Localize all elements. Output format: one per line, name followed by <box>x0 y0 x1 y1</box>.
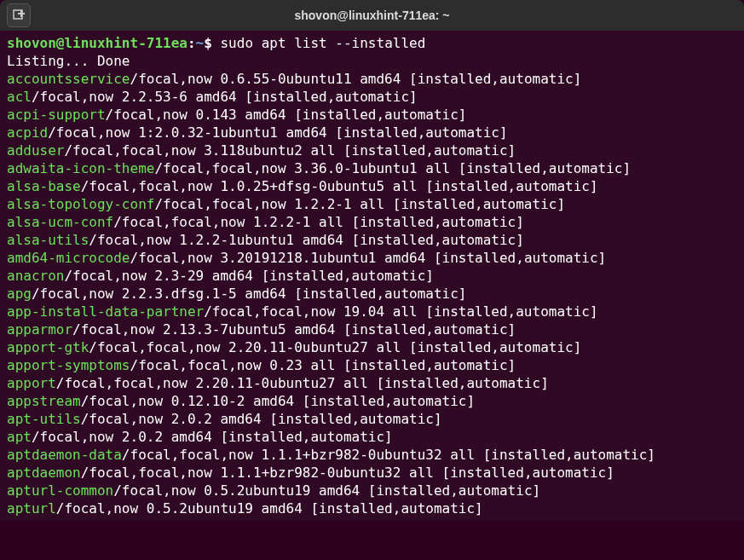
package-name: apt <box>7 429 32 445</box>
package-name: alsa-ucm-conf <box>7 214 113 230</box>
package-line: apport/focal,focal,now 2.20.11-0ubuntu27… <box>7 374 737 392</box>
package-line: adwaita-icon-theme/focal,focal,now 3.36.… <box>7 159 737 177</box>
package-details: /focal,now 0.5.2ubuntu19 amd64 [installe… <box>56 500 483 517</box>
package-details: /focal,now 1:2.0.32-1ubuntu1 amd64 [inst… <box>48 124 507 141</box>
package-name: alsa-topology-conf <box>7 196 154 212</box>
package-line: acpi-support/focal,now 0.143 amd64 [inst… <box>7 106 737 124</box>
package-details: /focal,focal,now 2.20.11-0ubuntu27 all [… <box>56 375 549 391</box>
prompt-line: shovon@linuxhint-711ea:~$ sudo apt list … <box>7 34 737 52</box>
prompt-user: shovon@linuxhint-711ea <box>7 35 187 51</box>
package-name: apg <box>7 286 32 302</box>
package-line: apturl/focal,now 0.5.2ubuntu19 amd64 [in… <box>7 499 737 517</box>
package-details: /focal,now 2.0.2 amd64 [installed,automa… <box>32 429 393 445</box>
package-name: adwaita-icon-theme <box>7 160 154 176</box>
package-line: anacron/focal,now 2.3-29 amd64 [installe… <box>7 267 737 285</box>
package-name: aptdaemon-data <box>7 447 122 463</box>
package-details: /focal,now 0.5.2ubuntu19 amd64 [installe… <box>113 482 540 499</box>
package-name: apport-symptoms <box>7 357 130 373</box>
package-name: apt-utils <box>7 411 81 427</box>
titlebar: shovon@linuxhint-711ea: ~ <box>0 0 744 31</box>
package-name: acl <box>7 89 32 105</box>
prompt-symbol: $ <box>204 35 212 51</box>
package-details: /focal,focal,now 1.1.1+bzr982-0ubuntu32 … <box>81 465 614 481</box>
package-details: /focal,focal,now 0.23 all [installed,aut… <box>130 357 516 373</box>
package-line: amd64-microcode/focal,now 3.20191218.1ub… <box>7 249 737 267</box>
package-details: /focal,focal,now 2.20.11-0ubuntu27 all [… <box>89 339 581 355</box>
package-details: /focal,now 3.20191218.1ubuntu1 amd64 [in… <box>130 250 607 266</box>
package-line: alsa-topology-conf/focal,focal,now 1.2.2… <box>7 195 737 213</box>
package-line: adduser/focal,focal,now 3.118ubuntu2 all… <box>7 141 737 159</box>
prompt-colon: : <box>187 35 196 51</box>
package-details: /focal,now 2.2.3.dfsg.1-5 amd64 [install… <box>32 286 467 302</box>
package-name: alsa-utils <box>7 232 89 248</box>
package-line: aptdaemon-data/focal,focal,now 1.1.1+bzr… <box>7 446 737 464</box>
package-name: apport <box>7 375 56 391</box>
window-title: shovon@linuxhint-711ea: ~ <box>294 9 449 22</box>
package-details: /focal,focal,now 3.118ubuntu2 all [insta… <box>64 142 516 159</box>
package-name: anacron <box>7 268 64 284</box>
package-details: /focal,focal,now 1.2.2-1 all [installed,… <box>154 196 565 212</box>
package-line: apport-symptoms/focal,focal,now 0.23 all… <box>7 356 737 374</box>
package-name: accountsservice <box>7 71 130 87</box>
package-name: aptdaemon <box>7 465 81 481</box>
package-details: /focal,now 2.2.53-6 amd64 [installed,aut… <box>32 89 418 105</box>
package-line: apt-utils/focal,now 2.0.2 amd64 [install… <box>7 410 737 428</box>
package-name: acpi-support <box>7 107 106 123</box>
package-line: apt/focal,now 2.0.2 amd64 [installed,aut… <box>7 428 737 446</box>
package-details: /focal,now 0.143 amd64 [installed,automa… <box>106 107 467 123</box>
package-details: /focal,now 2.13.3-7ubuntu5 amd64 [instal… <box>72 321 516 338</box>
package-details: /focal,focal,now 19.04 all [installed,au… <box>204 303 597 320</box>
package-details: /focal,now 2.3-29 amd64 [installed,autom… <box>64 268 433 284</box>
command-text: sudo apt list --installed <box>212 35 425 51</box>
package-line: app-install-data-partner/focal,focal,now… <box>7 303 737 320</box>
package-line: acpid/focal,now 1:2.0.32-1ubuntu1 amd64 … <box>7 124 737 141</box>
package-line: acl/focal,now 2.2.53-6 amd64 [installed,… <box>7 88 737 106</box>
package-line: alsa-ucm-conf/focal,focal,now 1.2.2-1 al… <box>7 213 737 231</box>
package-details: /focal,now 0.12.10-2 amd64 [installed,au… <box>81 393 475 409</box>
package-details: /focal,focal,now 1.1.1+bzr982-0ubuntu32 … <box>122 447 655 463</box>
package-line: apparmor/focal,now 2.13.3-7ubuntu5 amd64… <box>7 320 737 338</box>
package-line: alsa-utils/focal,now 1.2.2-1ubuntu1 amd6… <box>7 231 737 249</box>
package-details: /focal,focal,now 1.2.2-1 all [installed,… <box>113 214 524 230</box>
package-line: apport-gtk/focal,focal,now 2.20.11-0ubun… <box>7 338 737 356</box>
package-details: /focal,focal,now 3.36.0-1ubuntu1 all [in… <box>154 160 631 176</box>
package-line: alsa-base/focal,focal,now 1.0.25+dfsg-0u… <box>7 177 737 195</box>
package-line: apturl-common/focal,now 0.5.2ubuntu19 am… <box>7 482 737 499</box>
package-line: accountsservice/focal,now 0.6.55-0ubuntu… <box>7 70 737 88</box>
package-name: acpid <box>7 124 48 141</box>
package-details: /focal,focal,now 1.0.25+dfsg-0ubuntu5 al… <box>81 178 598 194</box>
listing-status: Listing... Done <box>7 52 737 70</box>
package-name: app-install-data-partner <box>7 303 204 320</box>
prompt-path: ~ <box>196 35 205 51</box>
terminal-output[interactable]: shovon@linuxhint-711ea:~$ sudo apt list … <box>0 31 744 521</box>
package-line: aptdaemon/focal,focal,now 1.1.1+bzr982-0… <box>7 464 737 482</box>
package-name: amd64-microcode <box>7 250 130 266</box>
package-line: appstream/focal,now 0.12.10-2 amd64 [ins… <box>7 392 737 410</box>
package-name: apport-gtk <box>7 339 89 355</box>
package-name: alsa-base <box>7 178 81 194</box>
new-tab-button[interactable] <box>7 3 31 27</box>
package-details: /focal,now 0.6.55-0ubuntu11 amd64 [insta… <box>130 71 582 87</box>
package-name: apparmor <box>7 321 72 338</box>
package-line: apg/focal,now 2.2.3.dfsg.1-5 amd64 [inst… <box>7 285 737 303</box>
package-name: adduser <box>7 142 64 159</box>
package-name: apturl-common <box>7 482 113 499</box>
package-name: apturl <box>7 500 56 517</box>
package-details: /focal,now 1.2.2-1ubuntu1 amd64 [install… <box>89 232 524 248</box>
svg-rect-2 <box>20 10 22 17</box>
package-details: /focal,now 2.0.2 amd64 [installed,automa… <box>81 411 442 427</box>
new-tab-icon <box>12 9 26 22</box>
package-name: appstream <box>7 393 81 409</box>
